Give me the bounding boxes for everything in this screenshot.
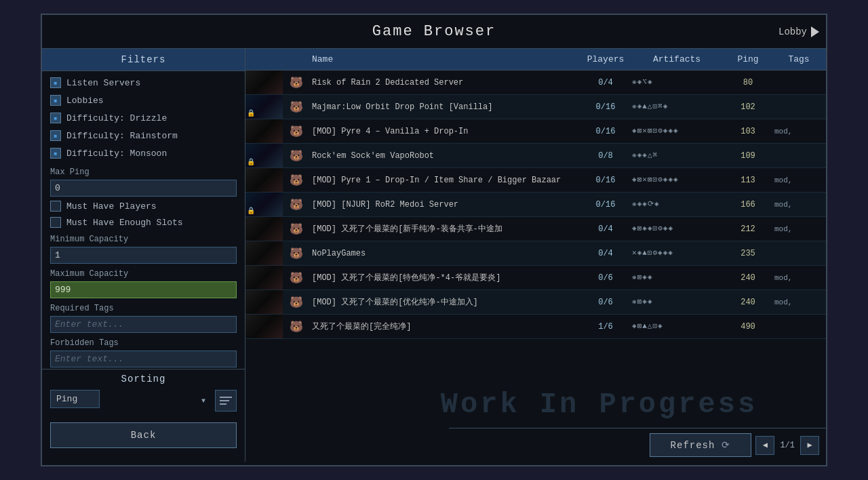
artifact-icon: ◈	[658, 249, 663, 257]
next-page-button[interactable]: ▶	[800, 436, 819, 455]
max-capacity-label: Maximum Capacity	[50, 269, 237, 279]
row-players: 0/4	[582, 78, 629, 87]
row-ping: 166	[724, 200, 772, 209]
table-row[interactable]: 🔒🐻Rock'em Sock'em VapoRobot0/8❋◈◈△⌘109	[245, 144, 826, 168]
row-artifacts: ◈⊠✕⊠⊡⚙◈◈◈	[629, 175, 724, 185]
th-name: Name	[307, 53, 582, 66]
artifact-icon: ◈	[642, 298, 647, 306]
prev-page-button[interactable]: ◀	[755, 436, 774, 455]
artifact-icon: ◈	[642, 152, 647, 159]
artifact-icon: ⌘	[658, 103, 663, 111]
artifact-icon: ⚙	[652, 249, 657, 257]
required-tags-input[interactable]	[50, 316, 237, 333]
artifact-icon: ◈	[642, 274, 647, 281]
lock-icon: 🔒	[247, 158, 255, 166]
table-row[interactable]: 🐻[MOD] 又死了个最菜的[优化纯净-中途加入]0/6❋⊠◈◈240mod,	[245, 290, 826, 315]
th-tags: Tags	[772, 53, 826, 66]
filter-item[interactable]: Difficulty: Monsoon	[42, 144, 245, 162]
max-ping-input[interactable]	[50, 180, 237, 197]
table-row[interactable]: 🐻NoPlayGames0/4✕◈▲⊡⚙◈◈◈235	[245, 241, 826, 266]
filter-checkbox[interactable]	[50, 77, 61, 88]
filter-item[interactable]: Difficulty: Drizzle	[42, 109, 245, 127]
th-artifacts: Artifacts	[629, 53, 724, 66]
row-players: 0/16	[582, 176, 629, 185]
must-have-players-label: Must Have Players	[66, 201, 157, 212]
row-bear-icon: 🐻	[286, 174, 307, 187]
row-thumbnail	[245, 290, 283, 314]
must-have-slots-checkbox[interactable]	[50, 217, 61, 228]
sorting-section: Sorting Ping Name Players	[42, 369, 245, 416]
row-artifacts: ✕◈▲⊡⚙◈◈◈	[629, 248, 724, 258]
max-ping-section: Max Ping	[42, 163, 245, 198]
row-tags: mod,	[772, 224, 826, 235]
row-ping: 490	[724, 322, 772, 332]
row-players: 0/6	[582, 298, 629, 307]
min-capacity-input[interactable]	[50, 247, 237, 264]
artifact-icon: ◈	[642, 225, 647, 233]
must-have-players-checkbox[interactable]	[50, 201, 61, 212]
lobby-button[interactable]: Lobby	[778, 26, 819, 37]
must-have-slots-filter[interactable]: Must Have Enough Slots	[42, 214, 245, 231]
artifact-icon: ⊠	[637, 274, 642, 281]
row-artifacts: ❋◈◈△⌘	[629, 151, 724, 161]
row-bear-icon: 🐻	[286, 296, 307, 309]
artifact-icon: ❋	[632, 103, 637, 111]
artifact-icon: ◈	[673, 127, 678, 135]
row-ping: 102	[724, 102, 772, 112]
must-have-players-filter[interactable]: Must Have Players	[42, 198, 245, 214]
min-capacity-section: Minimum Capacity	[42, 231, 245, 265]
table-row[interactable]: 🔒🐻[MOD] [NJUR] RoR2 Medoi Server0/16❋◈◈⟳…	[245, 193, 826, 217]
row-artifacts: ❋⊠◈◈	[629, 273, 724, 283]
filter-checkbox[interactable]	[50, 95, 61, 106]
row-tags: mod,	[772, 126, 826, 137]
table-row[interactable]: 🐻又死了个最菜的[完全纯净]1/6◈⊠▲△⊡◈490	[245, 315, 826, 339]
table-row[interactable]: 🐻[MOD] Pyre 1 – Drop-In / Item Share / B…	[245, 168, 826, 193]
th-thumb	[245, 53, 286, 66]
artifact-icon: ⊠	[637, 225, 642, 233]
artifact-icon: ⊡	[648, 249, 652, 257]
lock-icon: 🔒	[247, 207, 255, 215]
filter-checkbox[interactable]	[50, 148, 61, 159]
row-bear-icon: 🐻	[286, 271, 307, 285]
row-name: 又死了个最菜的[完全纯净]	[307, 318, 582, 335]
forbidden-tags-input[interactable]	[50, 351, 237, 367]
filter-item[interactable]: Difficulty: Rainstorm	[42, 127, 245, 144]
row-players: 0/8	[582, 151, 629, 161]
max-capacity-input[interactable]	[50, 281, 237, 298]
artifact-icon: ◈	[648, 225, 652, 233]
sort-order-button[interactable]	[215, 390, 237, 412]
artifact-icon: ⊡	[653, 225, 658, 233]
row-tags	[772, 106, 826, 108]
row-artifacts: ❋◈◈⟳◈	[629, 199, 724, 209]
table-area: Name Players Artifacts Ping Tags 🐻Risk o…	[245, 49, 826, 462]
back-button[interactable]: Back	[50, 422, 237, 448]
row-tags	[772, 325, 826, 328]
sorting-header: Sorting	[50, 374, 237, 384]
filter-checkbox[interactable]	[50, 113, 61, 123]
table-row[interactable]: 🐻[MOD] 又死了个最菜的[特色纯净-*4-爷就是要炎]0/6❋⊠◈◈240m…	[245, 266, 826, 290]
artifact-icon: ❋	[632, 79, 637, 86]
table-row[interactable]: 🔒🐻Majmar:Low Orbit Drop Point [Vanilla]0…	[245, 95, 826, 119]
filter-item[interactable]: Lobbies	[42, 92, 245, 109]
table-row[interactable]: 🐻[MOD] Pyre 4 – Vanilla + Drop-In0/16◈⊠✕…	[245, 119, 826, 144]
row-bear-icon: 🐻	[286, 100, 307, 114]
row-tags	[772, 81, 826, 84]
refresh-button[interactable]: Refresh ⟳	[650, 433, 752, 457]
filter-checkbox[interactable]	[50, 130, 61, 141]
table-body: 🐻Risk of Rain 2 Dedicated Server0/4❋◈⌥◈8…	[245, 71, 826, 462]
filter-item[interactable]: Listen Servers	[42, 74, 245, 92]
required-tags-label: Required Tags	[50, 304, 237, 313]
row-ping: 240	[724, 273, 772, 283]
table-row[interactable]: 🐻[MOD] 又死了个最菜的[新手纯净-装备共享-中途加0/4◈⊠◈◈⊡⚙◈◈2…	[245, 217, 826, 241]
artifact-icon: ◈	[663, 127, 668, 135]
artifact-icon: ◈	[663, 176, 668, 184]
filter-list: Listen ServersLobbiesDifficulty: Drizzle…	[42, 71, 245, 163]
row-tags: mod,	[772, 199, 826, 210]
sorting-row: Ping Name Players	[50, 390, 237, 412]
artifact-icon: ◈	[673, 176, 678, 184]
row-artifacts: ◈⊠▲△⊡◈	[629, 321, 724, 332]
row-ping: 212	[724, 224, 772, 234]
row-bear-icon: 🐻	[286, 125, 307, 138]
sort-select[interactable]: Ping Name Players	[50, 390, 100, 408]
table-row[interactable]: 🐻Risk of Rain 2 Dedicated Server0/4❋◈⌥◈8…	[245, 71, 826, 95]
